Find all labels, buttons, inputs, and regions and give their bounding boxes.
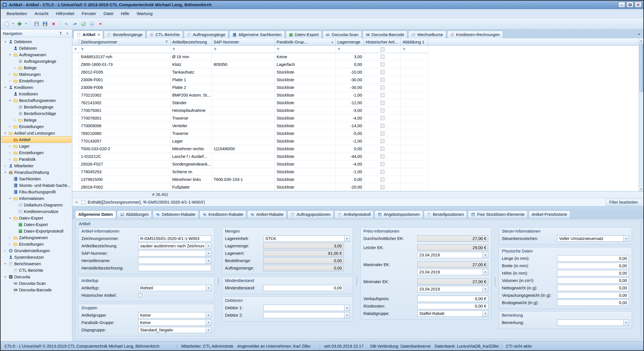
- tab-datev-export[interactable]: Datev-Export: [286, 31, 322, 38]
- scroll-down-icon[interactable]: ▼: [639, 186, 644, 191]
- chevron-down-icon[interactable]: ▾: [8, 53, 12, 56]
- detail-tab-debitoren-rabatte[interactable]: %Debitoren-Rabatte: [153, 210, 199, 218]
- column-header-lagermenge[interactable]: Lagermenge: [336, 38, 364, 46]
- nav-item-kreditorenumsätze[interactable]: Kreditorenumsätze: [1, 208, 71, 215]
- chevron-right-icon[interactable]: ▷: [3, 164, 7, 167]
- close-red-x-button[interactable]: [96, 20, 104, 28]
- minimaler-ek-datum-input[interactable]: 23.04.2019▼: [417, 286, 488, 292]
- nav-item-datev-exportprotokoll[interactable]: Datev-Exportprotokoll: [1, 228, 71, 234]
- table-row[interactable]: RA68510137-rohØ 18 mmKeine3,00: [72, 53, 643, 61]
- filter-cell-paralistik-grup[interactable]: [275, 46, 336, 53]
- nav-item-datev-export[interactable]: ▾Datev-Export: [1, 215, 71, 221]
- checkbox-unchecked[interactable]: [380, 62, 384, 66]
- chevron-down-icon[interactable]: ▾: [3, 262, 7, 265]
- dropdown-icon[interactable]: ▼: [344, 305, 350, 311]
- tab-artikel[interactable]: Artikel×: [73, 31, 103, 38]
- tab-bestellvorgänge[interactable]: Bestellvorgänge: [104, 31, 146, 38]
- nav-item-ctl-berichte[interactable]: CTL-Berichte: [1, 267, 71, 273]
- chevron-down-icon[interactable]: ▾: [3, 131, 7, 135]
- table-row[interactable]: 1-010212CLasche f r Auslief...Stückliste…: [72, 153, 643, 160]
- detail-tab-abbildungen[interactable]: Abbildungen: [117, 210, 152, 218]
- artikelbezeichnung-input[interactable]: sauber ausbrennen nach Zeichnung▼: [138, 243, 211, 249]
- chevron-right-icon[interactable]: ▷: [8, 145, 12, 148]
- nav-item-docuvita[interactable]: ▾Docuvita: [1, 273, 71, 280]
- detail-tab-auftragspositionen[interactable]: Auftragspositionen: [287, 210, 334, 218]
- nav-item-finanzbuchhaltung[interactable]: ▾Finanzbuchhaltung: [1, 169, 71, 176]
- checkbox-unchecked[interactable]: [380, 93, 384, 97]
- detail-tab-angebotspositionen[interactable]: Angebotspositionen: [374, 210, 423, 218]
- chevron-right-icon[interactable]: ▷: [8, 73, 12, 76]
- chevron-down-icon[interactable]: ▾: [3, 86, 7, 89]
- checkbox-unchecked[interactable]: [380, 154, 384, 158]
- debitor2-input[interactable]: ▼: [263, 312, 350, 318]
- tab-ctl-berichte[interactable]: CTL-Berichte: [146, 31, 183, 38]
- maximize-button[interactable]: [626, 2, 634, 8]
- redo-arrow-button[interactable]: [71, 20, 79, 28]
- chevron-down-icon[interactable]: ▾: [8, 197, 12, 200]
- nav-item-docuvita-barcode[interactable]: Docuvita-Barcode: [1, 287, 71, 293]
- dropdown-icon[interactable]: ▼: [206, 243, 211, 249]
- dropdown-icon[interactable]: ▼: [623, 236, 629, 241]
- save-floppy-alt-button[interactable]: [41, 20, 49, 28]
- nav-item-auftragsvorgänge[interactable]: Auftragsvorgänge: [1, 58, 71, 64]
- chevron-down-icon[interactable]: ▾: [3, 171, 7, 174]
- rabattgruppe-input[interactable]: Staffel-Rabatt▼: [417, 310, 488, 317]
- nav-item-einstellungen[interactable]: ▷Einstellungen: [1, 149, 71, 156]
- table-row[interactable]: 770075001HeiztopfaufnahmeStückliste-3,00: [72, 107, 643, 114]
- table-row[interactable]: 770076001TraverseStückliste-4,00: [72, 114, 643, 122]
- table-row[interactable]: 23006-F001Platte 1Stückliste-30,00: [72, 76, 643, 84]
- chevron-right-icon[interactable]: ▷: [8, 125, 12, 128]
- tab-docuvita-scan[interactable]: Docuvita-Scan: [323, 31, 361, 38]
- menu-hilfsmittel[interactable]: Hilfsmittel: [52, 10, 78, 17]
- undo-arrow-button[interactable]: [62, 20, 70, 28]
- nav-item-systembenutzer[interactable]: Systembenutzer: [1, 254, 71, 260]
- new-document-dropdown[interactable]: ▼: [11, 20, 15, 28]
- detail-tab-allgemeine-daten[interactable]: Allgemeine Daten: [75, 210, 116, 218]
- chevron-down-icon[interactable]: ▾: [8, 216, 12, 220]
- hoehe-input[interactable]: 0,00: [557, 270, 629, 276]
- form-splitter[interactable]: [353, 227, 360, 336]
- herstellerbezeichnung-input[interactable]: [138, 265, 211, 271]
- checkbox-unchecked[interactable]: [380, 170, 384, 174]
- scroll-up-icon[interactable]: ▲: [639, 38, 644, 43]
- chevron-right-icon[interactable]: ▷: [8, 79, 12, 82]
- column-header-paralistik-grup[interactable]: Paralistik-Grup...▲: [275, 38, 336, 46]
- column-header-zeichnungsnummer[interactable]: Zeichnungsnummer: [79, 38, 171, 46]
- dropdown-icon[interactable]: ▼: [483, 252, 488, 258]
- table-row[interactable]: 770143057LagerStückliste-1,00: [72, 137, 643, 145]
- checkbox-unchecked[interactable]: [380, 131, 384, 135]
- tab-close-icon[interactable]: ×: [98, 32, 100, 37]
- menu-ansicht[interactable]: Ansicht: [31, 10, 52, 17]
- filter-cell-historischer-artikel[interactable]: [364, 46, 401, 53]
- checkbox-unchecked[interactable]: [380, 147, 384, 151]
- steuerkennzeichen-input[interactable]: Voller Umsatzsteuersatz▼: [557, 235, 629, 242]
- checkbox-unchecked[interactable]: [380, 101, 384, 105]
- detail-tab-fixe-stücklisten-elemente[interactable]: Fixe Stücklisten-Elemente: [468, 210, 528, 218]
- chevron-down-icon[interactable]: ▾: [3, 275, 7, 278]
- tab-docuvita-barcode[interactable]: Docuvita-Barcode: [363, 31, 407, 38]
- checkbox-unchecked[interactable]: [380, 108, 384, 112]
- table-row[interactable]: 1379915/00Mitnehmer linksT600.035-103-1S…: [72, 176, 643, 183]
- sap-nummer-input[interactable]: ▼: [138, 250, 211, 256]
- nav-item-beschaffungswesen[interactable]: ▾Beschaffungswesen: [1, 97, 71, 104]
- nav-item-debitoren[interactable]: ▾Debitoren: [1, 38, 71, 45]
- detail-tab-kreditoren-rabatte[interactable]: %Kreditoren-Rabatte: [199, 210, 247, 218]
- paralistik-gruppe-input[interactable]: Keine▼: [138, 319, 211, 326]
- checkbox-unchecked[interactable]: [380, 162, 384, 166]
- filter-checkbox[interactable]: [380, 47, 384, 51]
- chevron-right-icon[interactable]: ▷: [13, 118, 17, 122]
- nav-item-bestellvorschläge[interactable]: Bestellvorschläge: [1, 110, 71, 117]
- table-row[interactable]: 23006-F006Platte 2Stückliste-30,00: [72, 84, 643, 91]
- letzter-ek-datum-input[interactable]: 23.04.2019▼: [417, 252, 488, 258]
- add-green-plus-dropdown[interactable]: ▼: [24, 20, 28, 28]
- detail-tab-artikel-preishistorie[interactable]: Artikel-Preishistorie: [529, 210, 570, 218]
- detail-tab-artikelprotokoll[interactable]: Artikelprotokoll: [334, 210, 374, 218]
- checkbox-unchecked[interactable]: [380, 78, 384, 82]
- add-green-plus-button[interactable]: [16, 20, 24, 28]
- chevron-right-icon[interactable]: ▷: [8, 158, 12, 161]
- volumen-input[interactable]: 0,00: [557, 277, 629, 284]
- dropdown-icon[interactable]: ▼: [483, 269, 488, 275]
- lagereinheit-input[interactable]: STCK▼: [263, 235, 350, 242]
- scrollbar-thumb[interactable]: [639, 44, 643, 92]
- dropdown-icon[interactable]: ▼: [344, 236, 350, 241]
